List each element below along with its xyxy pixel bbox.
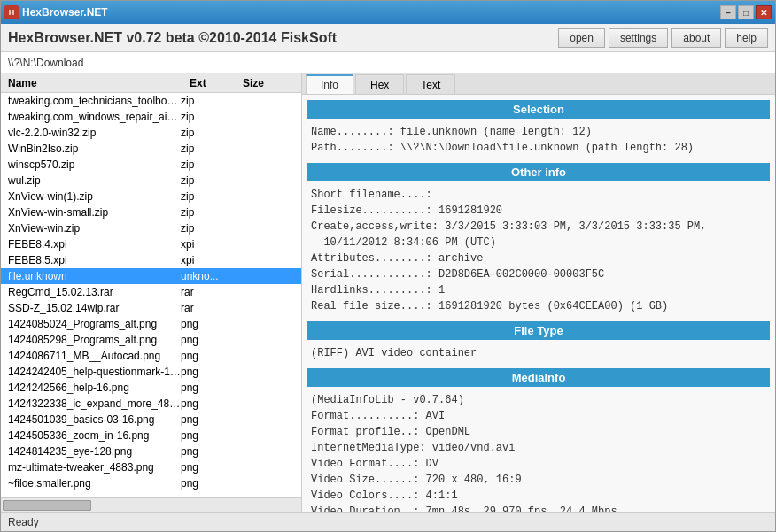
file-ext: zip: [181, 158, 234, 171]
file-ext: png: [181, 382, 234, 394]
file-ext: png: [181, 429, 234, 442]
file-row[interactable]: 1424322338_ic_expand_more_48px-16....png: [1, 396, 301, 412]
file-name: file.unknown: [8, 270, 181, 282]
info-content: Selection Name........: file.unknown (na…: [302, 95, 775, 512]
file-name: RegCmd_15.02.13.rar: [8, 286, 181, 298]
file-ext: zip: [181, 111, 234, 123]
file-name: vlc-2.2.0-win32.zip: [8, 127, 181, 139]
section-header-mediainfo: MediaInfo: [307, 368, 770, 387]
main-window: H HexBrowser.NET – □ ✕ HexBrowser.NET v0…: [0, 0, 776, 532]
file-name: winscp570.zip: [8, 158, 181, 171]
file-row[interactable]: tweaking.com_technicians_toolbox_port...…: [1, 93, 301, 109]
file-list-scroll[interactable]: tweaking.com_technicians_toolbox_port...…: [1, 93, 301, 497]
file-ext: zip: [181, 127, 234, 139]
file-panel: Name Ext Size tweaking.com_technicians_t…: [1, 73, 302, 512]
file-name: 1424242405_help-questionmark-16.png: [8, 366, 181, 378]
file-row[interactable]: 1424085024_Programs_alt.pngpng: [1, 316, 301, 332]
col-header-ext: Ext: [190, 77, 243, 89]
title-bar: H HexBrowser.NET – □ ✕: [1, 1, 775, 24]
file-ext: xpi: [181, 238, 234, 251]
file-name: 1424085024_Programs_alt.png: [8, 318, 181, 330]
file-row[interactable]: mz-ultimate-tweaker_4883.pngpng: [1, 459, 301, 475]
file-row[interactable]: FEBE8.5.xpixpi: [1, 252, 301, 268]
current-path: \\?\N:\Download: [8, 57, 83, 69]
tab-hex[interactable]: Hex: [355, 74, 404, 94]
file-row[interactable]: SSD-Z_15.02.14wip.rarrar: [1, 300, 301, 316]
open-button[interactable]: open: [558, 28, 605, 48]
file-ext: png: [181, 461, 234, 474]
main-content: Name Ext Size tweaking.com_technicians_t…: [1, 73, 775, 512]
file-row[interactable]: FEBE8.4.xpixpi: [1, 236, 301, 252]
horizontal-scrollbar[interactable]: [1, 497, 301, 512]
file-type-text: (RIFF) AVI video container: [307, 343, 770, 363]
file-name: 1424085298_Programs_alt.png: [8, 334, 181, 346]
close-button[interactable]: ✕: [756, 5, 772, 19]
file-name: 1424501039_basics-03-16.png: [8, 413, 181, 426]
file-name: XnView-win(1).zip: [8, 190, 181, 203]
minimize-button[interactable]: –: [720, 5, 736, 19]
file-name: 1424505336_zoom_in-16.png: [8, 429, 181, 442]
path-bar: \\?\N:\Download: [1, 52, 775, 73]
file-name: FEBE8.4.xpi: [8, 238, 181, 251]
file-ext: zip: [181, 206, 234, 219]
tab-bar: Info Hex Text: [302, 73, 775, 95]
file-ext: png: [181, 445, 234, 458]
file-row[interactable]: file.unknownunkno...: [1, 268, 301, 284]
file-row[interactable]: RegCmd_15.02.13.rarrar: [1, 284, 301, 300]
file-ext: png: [181, 350, 234, 362]
file-row[interactable]: tweaking.com_windows_repair_aio.zipzip: [1, 109, 301, 125]
col-header-size: Size: [243, 77, 287, 89]
title-bar-text: HexBrowser.NET: [22, 6, 108, 19]
file-row[interactable]: wul.zipzip: [1, 173, 301, 189]
file-ext: zip: [181, 174, 234, 187]
file-row[interactable]: 1424242405_help-questionmark-16.pngpng: [1, 364, 301, 380]
tab-text[interactable]: Text: [406, 74, 455, 94]
file-row[interactable]: XnView-win.zipzip: [1, 220, 301, 236]
file-name: mz-ultimate-tweaker_4883.png: [8, 461, 181, 474]
file-row[interactable]: 1424814235_eye-128.pngpng: [1, 443, 301, 459]
file-row[interactable]: ~filoe.smaller.pngpng: [1, 475, 301, 491]
file-row[interactable]: vlc-2.2.0-win32.zipzip: [1, 125, 301, 141]
file-ext: zip: [181, 222, 234, 235]
file-row[interactable]: 1424242566_help-16.pngpng: [1, 380, 301, 396]
file-row[interactable]: 1424501039_basics-03-16.pngpng: [1, 412, 301, 428]
file-ext: zip: [181, 190, 234, 203]
file-name: SSD-Z_15.02.14wip.rar: [8, 302, 181, 314]
help-button[interactable]: help: [725, 28, 768, 48]
app-icon-label: H: [9, 8, 15, 17]
h-scroll-thumb[interactable]: [3, 500, 91, 511]
file-ext: zip: [181, 95, 234, 107]
file-row[interactable]: winscp570.zipzip: [1, 157, 301, 173]
file-name: tweaking.com_technicians_toolbox_port...: [8, 95, 181, 107]
file-row[interactable]: 1424085298_Programs_alt.pngpng: [1, 332, 301, 348]
file-row[interactable]: XnView-win(1).zipzip: [1, 189, 301, 204]
file-row[interactable]: WinBin2Iso.zipzip: [1, 141, 301, 157]
file-list[interactable]: tweaking.com_technicians_toolbox_port...…: [1, 93, 301, 497]
file-ext: rar: [181, 286, 234, 298]
file-ext: png: [181, 397, 234, 410]
file-name: 1424322338_ic_expand_more_48px-16....: [8, 397, 181, 410]
info-panel: Info Hex Text Selection Name........: fi…: [302, 73, 775, 512]
maximize-button[interactable]: □: [738, 5, 754, 19]
about-button[interactable]: about: [671, 28, 721, 48]
file-row[interactable]: 1424086711_MB__Autocad.pngpng: [1, 348, 301, 364]
file-ext: png: [181, 413, 234, 426]
status-bar: Ready: [1, 512, 775, 531]
file-row[interactable]: 1424505336_zoom_in-16.pngpng: [1, 428, 301, 443]
file-name: FEBE8.5.xpi: [8, 254, 181, 266]
file-ext: png: [181, 334, 234, 346]
settings-button[interactable]: settings: [609, 28, 668, 48]
tab-info[interactable]: Info: [306, 74, 353, 94]
section-header-filetype: File Type: [307, 321, 770, 340]
file-name: 1424814235_eye-128.png: [8, 445, 181, 458]
file-list-header: Name Ext Size: [1, 73, 301, 93]
selection-text: Name........: file.unknown (name length:…: [307, 122, 770, 158]
media-info-text: (MediaInfoLib - v0.7.64) Format.........…: [307, 390, 770, 512]
app-icon: H: [4, 5, 19, 19]
title-bar-left: H HexBrowser.NET: [4, 5, 108, 19]
file-ext: png: [181, 318, 234, 330]
file-row[interactable]: XnView-win-small.zipzip: [1, 204, 301, 220]
file-ext: rar: [181, 302, 234, 314]
file-ext: xpi: [181, 254, 234, 266]
file-ext: png: [181, 477, 234, 490]
